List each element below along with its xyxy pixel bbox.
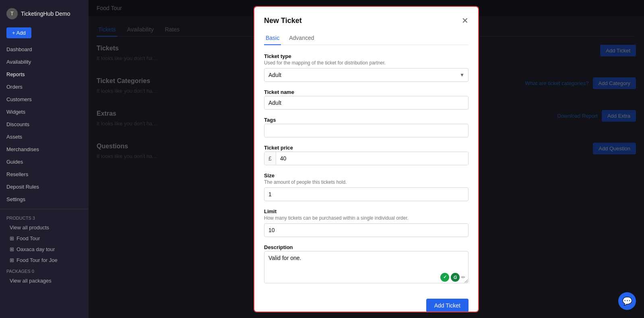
modal-header: New Ticket ✕	[264, 17, 469, 25]
modal-tab-advanced[interactable]: Advanced	[287, 31, 316, 45]
new-ticket-modal: New Ticket ✕ Basic Advanced Ticket type …	[254, 6, 479, 312]
modal-close-button[interactable]: ✕	[462, 17, 469, 25]
product-food-tour-joe[interactable]: ⊞ Food Tour for Joe	[0, 255, 89, 266]
description-textarea[interactable]: Valid for one.	[264, 251, 469, 283]
app-name: TicketingHub Demo	[21, 10, 70, 17]
avatar: T	[6, 8, 18, 19]
modal-tabs: Basic Advanced	[264, 31, 469, 45]
size-hint: The amount of people this tickets hold.	[264, 179, 469, 185]
packages-section-label: Packages 0	[0, 266, 89, 275]
modal-overlay: New Ticket ✕ Basic Advanced Ticket type …	[89, 0, 644, 318]
sidebar-item-orders[interactable]: Orders	[0, 81, 89, 93]
ticket-type-label: Ticket type	[264, 53, 469, 59]
ticket-price-group: Ticket price £	[264, 145, 469, 165]
product-icon-3: ⊞	[10, 257, 14, 263]
sidebar-divider	[0, 209, 89, 209]
sidebar-item-dashboard[interactable]: Dashboard	[0, 43, 89, 56]
sidebar-item-deposit-rules[interactable]: Deposit Rules	[0, 181, 89, 193]
add-button[interactable]: + Add	[6, 27, 31, 38]
description-label: Description	[264, 244, 469, 250]
ticket-price-label: Ticket price	[264, 145, 469, 151]
chat-bubble[interactable]: 💬	[618, 292, 636, 310]
description-wrapper: Valid for one. ✓ G ✏	[264, 251, 469, 285]
sidebar-header: T TicketingHub Demo	[0, 5, 89, 26]
price-input-wrapper: £	[264, 152, 469, 165]
modal-add-ticket-button[interactable]: Add Ticket	[426, 299, 469, 312]
ticket-type-group: Ticket type Used for the mapping of the …	[264, 53, 469, 82]
product-icon: ⊞	[10, 235, 14, 241]
product-icon-2: ⊞	[10, 246, 14, 252]
sidebar-item-merchandises[interactable]: Merchandises	[0, 143, 89, 156]
sidebar-item-guides[interactable]: Guides	[0, 156, 89, 168]
product-oaxaca[interactable]: ⊞ Oaxaca day tour	[0, 244, 89, 255]
ticket-price-input[interactable]	[276, 152, 468, 165]
edit-icon[interactable]: ✏	[461, 274, 465, 280]
sidebar-item-settings[interactable]: Settings	[0, 193, 89, 206]
green-circle-icon[interactable]: ✓	[440, 273, 449, 282]
sidebar-item-assets[interactable]: Assets	[0, 131, 89, 143]
limit-label: Limit	[264, 208, 469, 214]
main-content: Food Tour Tickets Availability Rates Tic…	[89, 0, 644, 318]
modal-tab-basic[interactable]: Basic	[264, 31, 281, 45]
size-group: Size The amount of people this tickets h…	[264, 173, 469, 201]
products-section-label: Products 3	[0, 212, 89, 222]
currency-symbol: £	[264, 152, 276, 165]
limit-input[interactable]	[264, 223, 469, 237]
size-input[interactable]	[264, 187, 469, 201]
view-all-packages[interactable]: View all packages	[0, 275, 89, 286]
tags-group: Tags	[264, 117, 469, 137]
description-group: Description Valid for one. ✓ G ✏	[264, 244, 469, 285]
description-icons: ✓ G ✏	[440, 273, 465, 282]
sidebar-item-resellers[interactable]: Resellers	[0, 168, 89, 181]
modal-title: New Ticket	[264, 17, 302, 25]
tags-input[interactable]	[264, 124, 469, 137]
limit-hint: How many tickets can be purchased within…	[264, 215, 469, 221]
ticket-type-select[interactable]: Adult Child Senior Student	[264, 68, 469, 82]
limit-group: Limit How many tickets can be purchased …	[264, 208, 469, 237]
ticket-name-group: Ticket name	[264, 89, 469, 110]
sidebar-item-availability[interactable]: Availability	[0, 56, 89, 68]
product-food-tour[interactable]: ⊞ Food Tour	[0, 233, 89, 244]
tags-label: Tags	[264, 117, 469, 123]
sidebar-item-discounts[interactable]: Discounts	[0, 118, 89, 131]
sidebar: T TicketingHub Demo + Add Dashboard Avai…	[0, 0, 89, 318]
grammarly-icon[interactable]: G	[451, 273, 460, 282]
sidebar-item-reports[interactable]: Reports	[0, 68, 89, 81]
ticket-type-hint: Used for the mapping of the ticket for d…	[264, 60, 469, 66]
sidebar-item-customers[interactable]: Customers	[0, 93, 89, 106]
view-all-products[interactable]: View all products	[0, 222, 89, 233]
sidebar-item-widgets[interactable]: Widgets	[0, 106, 89, 118]
chat-icon: 💬	[622, 296, 632, 306]
ticket-type-select-wrapper: Adult Child Senior Student ▼	[264, 68, 469, 82]
ticket-name-input[interactable]	[264, 96, 469, 110]
size-label: Size	[264, 173, 469, 179]
modal-footer: Add Ticket	[264, 292, 469, 312]
ticket-name-label: Ticket name	[264, 89, 469, 95]
